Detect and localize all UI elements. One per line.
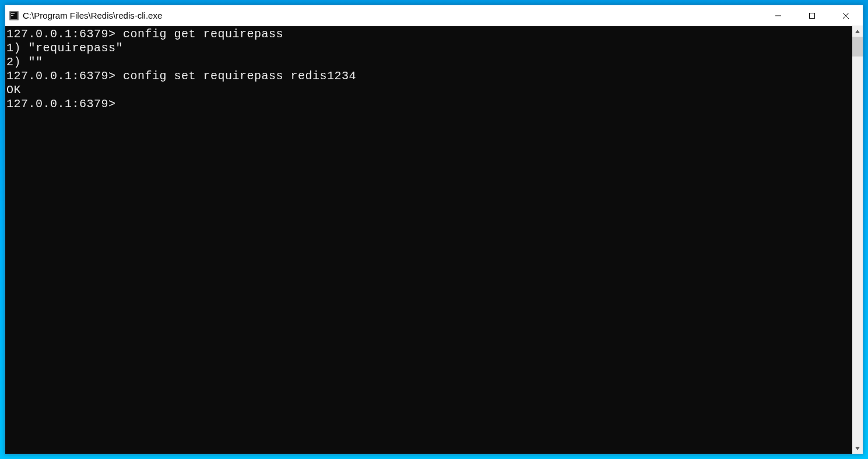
- scroll-thumb[interactable]: [852, 37, 863, 57]
- svg-rect-2: [11, 13, 15, 14]
- app-icon: [9, 10, 19, 21]
- prompt: 127.0.0.1:6379>: [6, 97, 116, 111]
- window-controls: [761, 5, 863, 26]
- command-text: config set requirepass redis1234: [116, 69, 357, 83]
- terminal-line: 127.0.0.1:6379> config set requirepass r…: [6, 69, 852, 83]
- console-window: C:\Program Files\Redis\redis-cli.exe 127…: [5, 5, 863, 454]
- vertical-scrollbar[interactable]: [852, 26, 863, 454]
- terminal-body: 127.0.0.1:6379> config get requirepass1)…: [5, 26, 863, 454]
- prompt: 127.0.0.1:6379>: [6, 69, 116, 83]
- terminal-line: 1) "requirepass": [6, 41, 852, 55]
- terminal-line: 127.0.0.1:6379>: [6, 97, 852, 111]
- svg-rect-5: [810, 13, 815, 18]
- scroll-up-arrow-icon[interactable]: [852, 26, 863, 37]
- terminal-line: 2) "": [6, 55, 852, 69]
- close-button[interactable]: [829, 5, 863, 26]
- terminal-line: 127.0.0.1:6379> config get requirepass: [6, 27, 852, 41]
- svg-rect-3: [11, 15, 13, 16]
- title-bar[interactable]: C:\Program Files\Redis\redis-cli.exe: [5, 5, 863, 26]
- terminal-content[interactable]: 127.0.0.1:6379> config get requirepass1)…: [5, 26, 852, 454]
- terminal-line: OK: [6, 83, 852, 97]
- scroll-track[interactable]: [852, 37, 863, 443]
- window-title: C:\Program Files\Redis\redis-cli.exe: [23, 10, 761, 20]
- command-text: config get requirepass: [116, 27, 284, 41]
- prompt: 127.0.0.1:6379>: [6, 27, 116, 41]
- scroll-down-arrow-icon[interactable]: [852, 443, 863, 454]
- maximize-button[interactable]: [795, 5, 829, 26]
- minimize-button[interactable]: [761, 5, 795, 26]
